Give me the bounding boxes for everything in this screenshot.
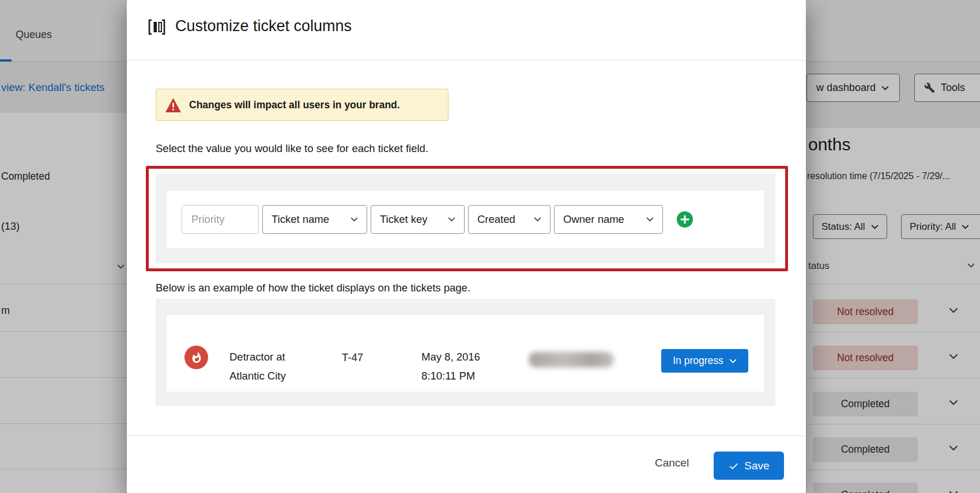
save-button[interactable]: Save: [714, 452, 784, 480]
in-progress-status-button[interactable]: In progress: [661, 349, 748, 373]
warning-text: Changes will impact all users in your br…: [189, 99, 400, 111]
cancel-button[interactable]: Cancel: [655, 457, 689, 469]
created-time: 8:10:11 PM: [421, 366, 480, 385]
owner-name-redacted: [529, 352, 614, 367]
example-ticket-row: Detractor at Atlantic City T-47 May 8, 2…: [167, 315, 764, 392]
red-annotation-box: [146, 166, 788, 271]
ticket-name-line2: Atlantic City: [229, 366, 286, 385]
header-divider: [127, 60, 806, 60]
ticket-name-line1: Detractor at: [229, 347, 286, 366]
example-caption: Below is an example of how the ticket di…: [156, 282, 470, 294]
example-ticket-name: Detractor at Atlantic City: [229, 347, 286, 385]
example-ticket-key: T-47: [342, 351, 363, 364]
screen: Queues view: Kendall's tickets w dashboa…: [0, 0, 980, 493]
created-date: May 8, 2016: [421, 347, 480, 366]
chevron-down-icon: [729, 359, 737, 363]
flame-icon: [190, 351, 203, 364]
modal-title: Customize ticket columns: [175, 17, 352, 35]
warning-banner: Changes will impact all users in your br…: [156, 89, 448, 121]
customize-columns-modal: Customize ticket columns Changes will im…: [127, 0, 806, 493]
priority-indicator: [184, 346, 208, 369]
columns-icon: [148, 18, 166, 36]
check-icon: [728, 460, 739, 471]
in-progress-label: In progress: [673, 355, 723, 367]
footer-divider: [127, 435, 806, 436]
warning-triangle-icon: [165, 98, 181, 112]
save-button-label: Save: [744, 460, 769, 472]
example-ticket-created: May 8, 2016 8:10:11 PM: [421, 347, 480, 385]
instruction-text: Select the value you would like to see f…: [156, 142, 428, 155]
